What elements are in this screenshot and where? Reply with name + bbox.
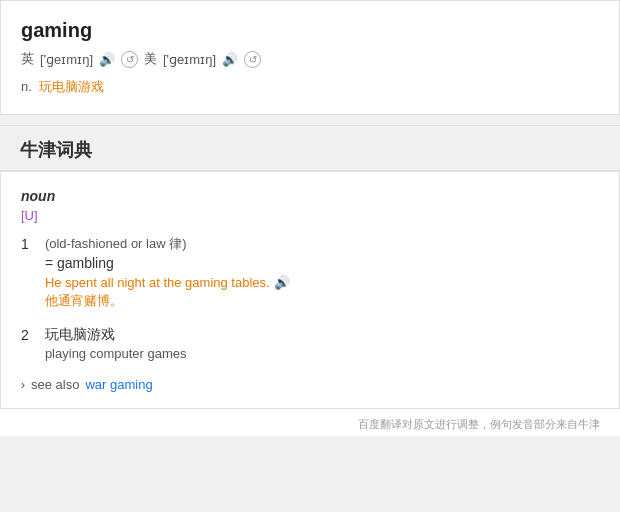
en-phonetic: ['ɡeɪmɪŋ]	[40, 52, 93, 67]
see-also-link[interactable]: war gaming	[85, 377, 152, 392]
us-replay-icon: ↺	[244, 51, 261, 68]
entry-2-number: 2	[21, 327, 41, 343]
us-speaker-button[interactable]: 🔊	[222, 52, 238, 67]
top-card: gaming 英 ['ɡeɪmɪŋ] 🔊 ↺ 美 ['ɡeɪmɪŋ] 🔊 ↺ n…	[0, 0, 620, 115]
en-speaker-button[interactable]: 🔊	[99, 52, 115, 67]
see-also-row: › see also war gaming	[21, 377, 599, 392]
entry-1-note: (old-fashioned or law 律)	[45, 235, 599, 253]
en-speaker-icon: 🔊	[99, 52, 115, 67]
short-meaning: 玩电脑游戏	[39, 79, 104, 94]
uncountable-label: [U]	[21, 208, 599, 223]
entry-2-def-cn: 玩电脑游戏	[45, 326, 599, 344]
see-also-label: see also	[31, 377, 79, 392]
entry-2-def-en: playing computer games	[45, 346, 599, 361]
entry-1-number: 1	[21, 236, 41, 252]
word-title: gaming	[21, 19, 599, 42]
en-label: 英	[21, 50, 34, 68]
us-replay-button[interactable]: ↺	[244, 51, 261, 68]
entry-1-translation: 他通宵赌博。	[45, 292, 599, 310]
us-speaker-icon: 🔊	[222, 52, 238, 67]
us-phonetic: ['ɡeɪmɪŋ]	[163, 52, 216, 67]
entry-1: 1 (old-fashioned or law 律) = gambling He…	[21, 235, 599, 312]
chevron-right-icon: ›	[21, 378, 25, 392]
footer-note: 百度翻译对原文进行调整，例句发音部分来自牛津	[0, 409, 620, 436]
entry-1-speaker-icon: 🔊	[274, 275, 290, 290]
short-pos: n.	[21, 79, 32, 94]
phonetics-row: 英 ['ɡeɪmɪŋ] 🔊 ↺ 美 ['ɡeɪmɪŋ] 🔊 ↺	[21, 50, 599, 68]
entry-1-example-text: He spent all night at the gaming tables.	[45, 275, 270, 290]
oxford-body: noun [U] 1 (old-fashioned or law 律) = ga…	[0, 171, 620, 409]
entry-1-eq: = gambling	[45, 255, 599, 271]
entry-1-example: He spent all night at the gaming tables.…	[45, 275, 599, 290]
entry-2-content: 玩电脑游戏 playing computer games	[45, 326, 599, 363]
oxford-section-title: 牛津词典	[0, 125, 620, 171]
pos-label: noun	[21, 188, 599, 204]
entry-1-speaker-button[interactable]: 🔊	[274, 275, 290, 290]
en-replay-icon: ↺	[121, 51, 138, 68]
entry-1-content: (old-fashioned or law 律) = gambling He s…	[45, 235, 599, 312]
short-definition: n. 玩电脑游戏	[21, 78, 599, 96]
entry-2: 2 玩电脑游戏 playing computer games	[21, 326, 599, 363]
us-label: 美	[144, 50, 157, 68]
en-replay-button[interactable]: ↺	[121, 51, 138, 68]
